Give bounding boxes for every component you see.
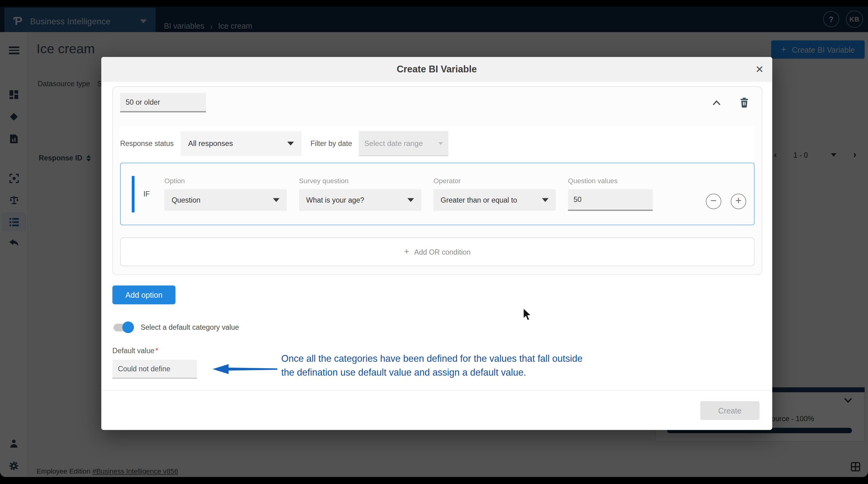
- create-bi-variable-modal: Create BI Variable × Re: [101, 57, 772, 430]
- filters-row: Response status All responses Filter by …: [120, 126, 755, 161]
- minus-icon: −: [711, 195, 717, 206]
- operator-dropdown[interactable]: Greater than or equal to: [433, 189, 556, 211]
- toggle-knob: [122, 321, 134, 333]
- if-condition-box: IF Option Question Survey question What …: [120, 163, 755, 225]
- date-range-input[interactable]: Select date range: [359, 131, 448, 156]
- option-column: Option Question: [164, 177, 287, 211]
- annotation-arrow: [212, 363, 278, 375]
- annotation-text: Once all the categories have been define…: [281, 353, 624, 380]
- condition-accent-bar: [132, 176, 134, 213]
- option-name-row: [120, 93, 755, 112]
- option-name-input[interactable]: [120, 93, 206, 112]
- default-toggle-label: Select a default category value: [141, 323, 239, 332]
- question-values-input[interactable]: [568, 189, 653, 211]
- create-button-disabled[interactable]: Create: [700, 401, 759, 420]
- modal-body: Response status All responses Filter by …: [101, 82, 772, 430]
- caret-down-icon: [542, 198, 549, 202]
- filter-by-date-label: Filter by date: [310, 139, 352, 148]
- plus-icon: +: [404, 247, 409, 257]
- caret-down-icon: [287, 141, 294, 146]
- close-icon[interactable]: ×: [755, 61, 763, 77]
- response-status-dropdown[interactable]: All responses: [181, 131, 302, 156]
- modal-title: Create BI Variable: [397, 64, 477, 75]
- add-condition-button[interactable]: +: [731, 193, 746, 209]
- delete-option-button[interactable]: [740, 97, 749, 108]
- plus-icon: +: [735, 195, 741, 206]
- add-or-condition-button[interactable]: + Add OR condition: [120, 237, 755, 266]
- add-option-button[interactable]: Add option: [113, 285, 176, 304]
- default-value-input[interactable]: [113, 360, 197, 378]
- remove-condition-button[interactable]: −: [706, 193, 721, 209]
- modal-footer: Create: [101, 390, 772, 430]
- chevron-up-icon: [712, 100, 721, 105]
- trash-icon: [740, 97, 749, 108]
- condition-stepper: − +: [706, 193, 746, 209]
- caret-down-icon: [438, 142, 443, 145]
- if-label: IF: [143, 190, 152, 198]
- app-stage: BI variables › Ice cream ? KB Ƥ Business…: [0, 0, 868, 484]
- survey-question-column: Survey question What is your age?: [299, 177, 421, 211]
- operator-column: Operator Greater than or equal to: [433, 177, 556, 211]
- response-status-label: Response status: [120, 139, 174, 148]
- question-values-column: Question values: [568, 177, 653, 211]
- required-marker: *: [156, 346, 158, 355]
- survey-question-dropdown[interactable]: What is your age?: [299, 189, 421, 211]
- option-card: Response status All responses Filter by …: [113, 86, 762, 275]
- caret-down-icon: [273, 198, 280, 202]
- option-dropdown[interactable]: Question: [164, 189, 287, 211]
- default-category-toggle[interactable]: [113, 323, 132, 331]
- caret-down-icon: [407, 198, 414, 202]
- collapse-option-button[interactable]: [712, 100, 721, 105]
- default-toggle-row: Select a default category value: [113, 323, 762, 332]
- modal-header: Create BI Variable ×: [101, 57, 772, 82]
